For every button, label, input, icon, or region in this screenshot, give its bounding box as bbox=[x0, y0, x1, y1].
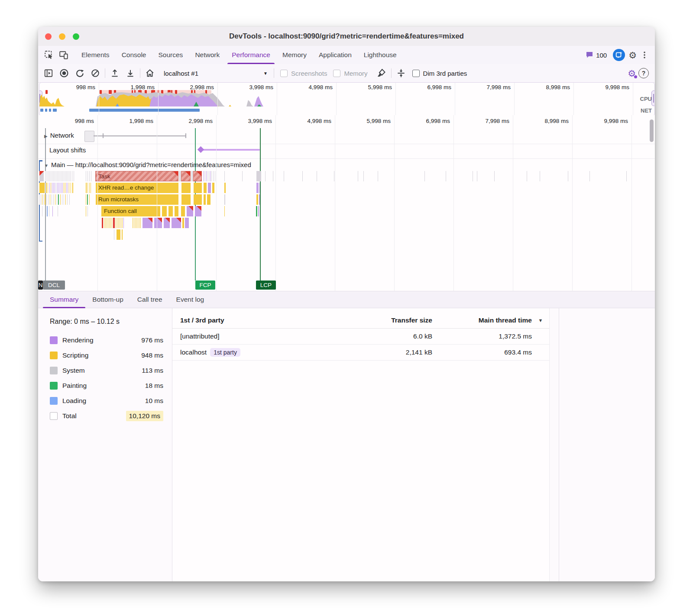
flame-bar[interactable] bbox=[207, 183, 211, 193]
flame-bar[interactable] bbox=[89, 194, 90, 205]
inspect-element-icon[interactable] bbox=[42, 48, 56, 62]
flame-bar[interactable] bbox=[85, 183, 87, 193]
flame-bar[interactable] bbox=[53, 183, 54, 193]
flame-bar[interactable] bbox=[65, 194, 66, 205]
capture-settings-gear-icon[interactable]: ⚙ bbox=[628, 69, 636, 78]
flame-bar[interactable] bbox=[121, 229, 123, 240]
flame-bar[interactable] bbox=[174, 206, 178, 216]
flame-bar[interactable] bbox=[316, 171, 317, 181]
flame-bar[interactable] bbox=[139, 218, 139, 228]
flame-bar[interactable] bbox=[117, 218, 117, 228]
tab-bottom-up[interactable]: Bottom-up bbox=[85, 291, 130, 308]
flame-bar[interactable] bbox=[51, 194, 52, 205]
flame-bar[interactable] bbox=[283, 171, 284, 181]
col-main-thread-time[interactable]: Main thread time bbox=[432, 316, 532, 324]
sort-descending-icon[interactable]: ▼ bbox=[532, 318, 549, 323]
flame-bar[interactable] bbox=[242, 171, 243, 181]
flame-bar[interactable] bbox=[445, 171, 446, 181]
tab-memory[interactable]: Memory bbox=[276, 46, 313, 64]
flame-bar[interactable] bbox=[87, 183, 88, 193]
flame-bar[interactable] bbox=[272, 171, 273, 181]
ai-assistance-icon[interactable] bbox=[613, 49, 625, 61]
flame-bar[interactable] bbox=[424, 171, 425, 181]
flame-bar[interactable] bbox=[210, 171, 210, 181]
flame-bar[interactable] bbox=[162, 206, 167, 216]
flame-bar[interactable] bbox=[53, 194, 54, 205]
flame-bar[interactable] bbox=[56, 194, 57, 205]
flame-bar[interactable] bbox=[154, 218, 162, 228]
flame-bar[interactable] bbox=[136, 218, 137, 228]
flame-bar[interactable] bbox=[207, 194, 210, 205]
network-request-box[interactable] bbox=[84, 131, 94, 142]
flame-bar[interactable] bbox=[135, 218, 136, 228]
flame-bar[interactable] bbox=[55, 194, 55, 205]
flame-bar[interactable] bbox=[168, 206, 173, 216]
flame-bar[interactable] bbox=[181, 171, 191, 181]
flame-bar[interactable] bbox=[52, 206, 53, 216]
flame-bar[interactable] bbox=[472, 171, 473, 181]
flame-bar[interactable] bbox=[113, 218, 115, 228]
flame-bar[interactable] bbox=[185, 218, 189, 228]
upload-profile-icon[interactable] bbox=[107, 67, 123, 80]
flame-bar[interactable] bbox=[91, 171, 91, 181]
flame-bar[interactable] bbox=[256, 206, 257, 216]
table-row[interactable]: localhost1st party2,141 kB693.4 ms bbox=[172, 345, 549, 361]
flame-bar[interactable] bbox=[67, 194, 68, 205]
flame-bar[interactable] bbox=[44, 194, 45, 205]
flame-bar[interactable] bbox=[57, 206, 58, 216]
help-icon[interactable]: ? bbox=[636, 67, 651, 80]
flame-bar[interactable] bbox=[49, 194, 50, 205]
record-button[interactable] bbox=[56, 67, 72, 80]
flame-bar[interactable] bbox=[256, 171, 261, 181]
flame-bar[interactable] bbox=[42, 194, 42, 205]
main-track-label[interactable]: ▼Main — http://localhost:9090/grid?metri… bbox=[44, 161, 251, 168]
flame-bar[interactable] bbox=[54, 183, 55, 193]
flame-bar[interactable] bbox=[163, 218, 170, 228]
network-track-label[interactable]: ▶Network bbox=[44, 132, 74, 139]
flame-bar[interactable]: XHR read…e change bbox=[95, 183, 178, 193]
flame-bar[interactable] bbox=[87, 206, 88, 216]
flame-bar[interactable] bbox=[63, 183, 64, 193]
flame-bar[interactable] bbox=[302, 171, 303, 181]
flame-bar[interactable] bbox=[62, 171, 63, 181]
device-toolbar-icon[interactable] bbox=[56, 48, 71, 62]
flame-bar[interactable] bbox=[115, 218, 116, 228]
marker-badge-lcp[interactable]: LCP bbox=[256, 281, 276, 290]
flame-bar[interactable] bbox=[85, 171, 86, 181]
flame-bar[interactable] bbox=[224, 194, 225, 205]
flame-bar[interactable] bbox=[43, 194, 44, 205]
flame-bar[interactable] bbox=[214, 171, 215, 181]
flame-bar[interactable] bbox=[118, 218, 119, 228]
flame-bar[interactable] bbox=[52, 183, 52, 193]
table-row[interactable]: [unattributed]6.0 kB1,372.5 ms bbox=[172, 329, 549, 345]
flame-bar[interactable] bbox=[65, 183, 65, 193]
flame-bar[interactable] bbox=[54, 171, 55, 181]
flame-bar[interactable] bbox=[72, 183, 73, 193]
timeline-overview[interactable]: 998 ms1,998 ms2,998 ms3,998 ms4,998 ms5,… bbox=[39, 82, 655, 116]
flame-bar[interactable] bbox=[85, 206, 86, 216]
flame-bar[interactable] bbox=[85, 194, 86, 205]
layout-shifts-track-label[interactable]: Layout shifts bbox=[49, 146, 86, 154]
flame-bar[interactable] bbox=[39, 194, 40, 205]
flame-bar[interactable] bbox=[224, 206, 225, 216]
flame-bar[interactable] bbox=[120, 218, 121, 228]
flame-bar[interactable] bbox=[377, 171, 378, 181]
tab-network[interactable]: Network bbox=[189, 46, 226, 64]
flame-bar[interactable] bbox=[224, 171, 225, 181]
flame-bar[interactable] bbox=[53, 171, 54, 181]
flame-bar[interactable] bbox=[476, 171, 477, 181]
flame-bar[interactable] bbox=[47, 206, 48, 216]
flame-bar[interactable] bbox=[40, 194, 41, 205]
flame-bar[interactable] bbox=[68, 183, 69, 193]
flame-bar[interactable] bbox=[193, 183, 202, 193]
flame-bar[interactable] bbox=[70, 171, 71, 181]
flame-bar[interactable] bbox=[123, 218, 124, 228]
timeline-tracks[interactable]: ▶Network Layout shifts ▼Main — http://lo… bbox=[38, 128, 655, 291]
flame-bar[interactable] bbox=[49, 206, 49, 216]
flame-bar[interactable] bbox=[256, 194, 258, 205]
show-sidebar-icon[interactable] bbox=[41, 67, 56, 80]
flame-bar[interactable]: Run microtasks bbox=[95, 194, 178, 205]
flame-bar[interactable] bbox=[67, 183, 68, 193]
flame-bar[interactable] bbox=[65, 171, 65, 181]
flame-bar[interactable] bbox=[66, 183, 67, 193]
